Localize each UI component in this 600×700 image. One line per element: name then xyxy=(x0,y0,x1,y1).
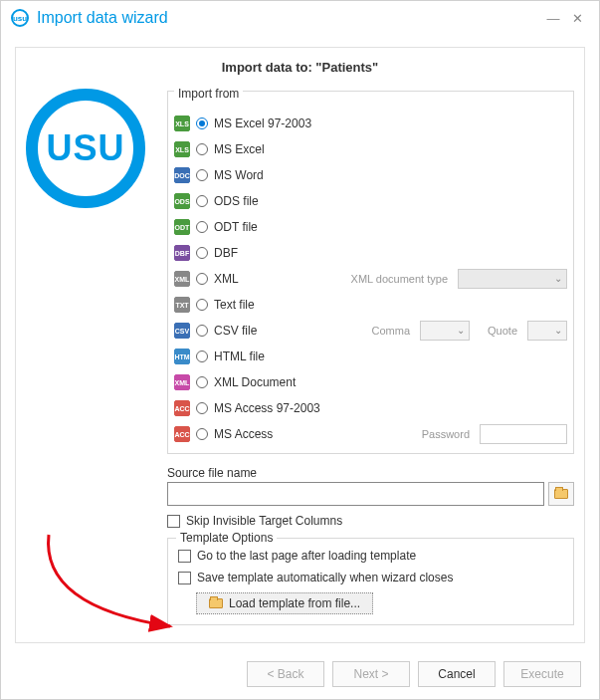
password-input[interactable] xyxy=(480,424,567,444)
import-option-radio[interactable] xyxy=(196,350,208,362)
page-heading: Import data to: "Patients" xyxy=(26,56,574,83)
browse-button[interactable] xyxy=(548,482,574,506)
file-type-icon: XLS xyxy=(174,141,190,157)
import-option-row: ODTODT file xyxy=(174,214,567,240)
import-option-radio[interactable] xyxy=(196,273,208,285)
file-type-icon: ACC xyxy=(174,400,190,416)
import-option-row: DOCMS Word xyxy=(174,162,567,188)
password-label: Password xyxy=(422,428,470,440)
footer-buttons: < Back Next > Cancel Execute xyxy=(1,661,599,687)
back-button[interactable]: < Back xyxy=(247,661,324,687)
import-option-label: MS Access 97-2003 xyxy=(214,401,320,415)
source-file-label: Source file name xyxy=(167,466,574,480)
app-icon: usu xyxy=(11,9,29,27)
goto-last-page-checkbox[interactable] xyxy=(178,550,191,563)
file-type-icon: XML xyxy=(174,271,190,287)
import-option-row: XMLXMLXML document type⌄ xyxy=(174,266,567,292)
save-auto-label: Save template automatically when wizard … xyxy=(197,571,453,584)
comma-label: Comma xyxy=(372,325,411,337)
comma-combo[interactable]: ⌄ xyxy=(420,321,470,341)
import-option-radio[interactable] xyxy=(196,117,208,129)
import-option-label: MS Word xyxy=(214,168,264,182)
file-type-icon: ACC xyxy=(174,426,190,442)
import-option-label: MS Access xyxy=(214,427,273,441)
file-type-icon: DBF xyxy=(174,245,190,261)
import-option-label: XML Document xyxy=(214,375,296,389)
skip-invisible-label: Skip Invisible Target Columns xyxy=(186,514,342,528)
import-option-radio[interactable] xyxy=(196,195,208,207)
import-option-row: HTMHTML file xyxy=(174,344,567,369)
import-option-radio[interactable] xyxy=(196,247,208,259)
import-option-row: ACCMS AccessPassword xyxy=(174,421,567,447)
file-type-icon: DOC xyxy=(174,167,190,183)
xml-doc-type-label: XML document type xyxy=(351,273,448,285)
import-option-row: XLSMS Excel 97-2003 xyxy=(174,111,567,136)
file-type-icon: ODS xyxy=(174,193,190,209)
cancel-button[interactable]: Cancel xyxy=(418,661,496,687)
execute-button[interactable]: Execute xyxy=(503,661,581,687)
import-from-label: Import from xyxy=(174,87,243,101)
template-options-label: Template Options xyxy=(176,531,277,545)
import-option-label: CSV file xyxy=(214,324,257,338)
import-option-radio[interactable] xyxy=(196,299,208,311)
load-template-button[interactable]: Load template from file... xyxy=(196,592,373,614)
save-auto-checkbox[interactable] xyxy=(178,572,191,584)
file-type-icon: XLS xyxy=(174,116,190,131)
folder-open-icon xyxy=(209,598,223,608)
folder-open-icon xyxy=(554,489,568,499)
skip-invisible-checkbox[interactable] xyxy=(167,515,180,528)
quote-combo[interactable]: ⌄ xyxy=(527,321,567,341)
import-option-row: XLSMS Excel xyxy=(174,136,567,162)
import-option-row: XMLXML Document xyxy=(174,369,567,395)
import-option-label: HTML file xyxy=(214,350,265,363)
import-option-row: DBFDBF xyxy=(174,240,567,266)
import-option-radio[interactable] xyxy=(196,143,208,155)
import-option-label: XML xyxy=(214,272,239,286)
window-title: Import data wizard xyxy=(37,9,541,27)
import-option-label: DBF xyxy=(214,246,238,260)
import-option-radio[interactable] xyxy=(196,169,208,181)
file-type-icon: HTM xyxy=(174,349,190,364)
import-option-radio[interactable] xyxy=(196,428,208,440)
usu-logo: USU xyxy=(26,89,145,208)
minimize-button[interactable]: — xyxy=(541,6,565,30)
file-type-icon: CSV xyxy=(174,323,190,339)
import-option-radio[interactable] xyxy=(196,325,208,337)
close-button[interactable]: ✕ xyxy=(565,6,589,30)
import-option-row: ODSODS file xyxy=(174,188,567,214)
file-type-icon: XML xyxy=(174,374,190,390)
import-option-radio[interactable] xyxy=(196,376,208,388)
import-option-label: ODS file xyxy=(214,194,259,208)
titlebar: usu Import data wizard — ✕ xyxy=(1,1,599,35)
template-options-group: Template Options Go to the last page aft… xyxy=(167,538,574,625)
import-option-label: MS Excel 97-2003 xyxy=(214,117,311,130)
import-option-radio[interactable] xyxy=(196,402,208,414)
source-file-input[interactable] xyxy=(167,482,544,506)
import-option-radio[interactable] xyxy=(196,221,208,233)
import-option-row: ACCMS Access 97-2003 xyxy=(174,395,567,421)
import-option-label: Text file xyxy=(214,298,255,312)
file-type-icon: ODT xyxy=(174,219,190,235)
xml-doc-type-combo[interactable]: ⌄ xyxy=(458,269,567,289)
goto-last-page-label: Go to the last page after loading templa… xyxy=(197,549,416,563)
next-button[interactable]: Next > xyxy=(332,661,410,687)
import-option-label: MS Excel xyxy=(214,142,265,156)
import-option-row: TXTText file xyxy=(174,292,567,318)
import-option-row: CSVCSV fileComma⌄Quote⌄ xyxy=(174,318,567,344)
import-option-label: ODT file xyxy=(214,220,258,234)
quote-label: Quote xyxy=(488,325,517,337)
content-panel: Import data to: "Patients" USU Import fr… xyxy=(15,47,585,643)
file-type-icon: TXT xyxy=(174,297,190,313)
